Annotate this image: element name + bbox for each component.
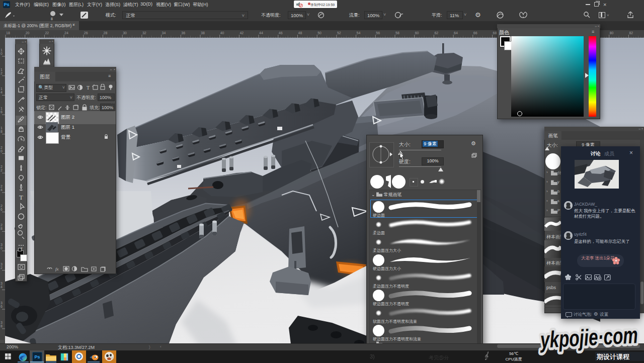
svg-text:6: 6 [1,110,3,114]
svg-text:66: 66 [473,31,477,35]
svg-text:3: 3 [1,243,3,246]
svg-text:2: 2 [1,223,3,227]
svg-text:1: 1 [1,87,3,90]
svg-text:54: 54 [357,31,361,35]
svg-text:0: 0 [1,149,3,153]
svg-text:1: 1 [1,126,3,130]
svg-text:80: 80 [610,31,614,35]
svg-text:1: 1 [1,48,3,52]
svg-text:0: 0 [1,52,3,55]
svg-text:2: 2 [1,168,3,172]
svg-text:38: 38 [201,31,205,35]
svg-text:34: 34 [162,31,166,35]
svg-text:0: 0 [1,246,3,250]
svg-text:2: 2 [1,71,3,75]
svg-text:8: 8 [1,130,3,133]
svg-text:36: 36 [181,31,185,35]
svg-text:30: 30 [123,31,127,35]
svg-text:40: 40 [220,31,224,35]
svg-text:3: 3 [1,262,3,266]
svg-text:24: 24 [64,31,68,35]
svg-text:18: 18 [6,31,10,35]
svg-text:4: 4 [1,188,3,192]
svg-text:28: 28 [104,31,108,35]
svg-text:fx: fx [55,266,59,271]
svg-text:22: 22 [45,31,49,35]
svg-text:1: 1 [1,68,3,71]
svg-text:1: 1 [1,107,3,110]
svg-text:32: 32 [142,31,146,35]
svg-text:3: 3 [1,282,3,285]
svg-text:8: 8 [1,227,3,230]
svg-text:44: 44 [259,31,263,35]
svg-text:2: 2 [1,204,3,208]
svg-text:3: 3 [1,301,3,305]
svg-text:82: 82 [629,31,633,35]
svg-text:42: 42 [239,31,244,35]
svg-text:68: 68 [493,31,497,35]
svg-text:2: 2 [1,165,3,168]
svg-text:56: 56 [376,31,380,35]
svg-text:20: 20 [26,31,30,35]
svg-text:2: 2 [1,266,3,269]
svg-text:2: 2 [1,146,3,149]
svg-text:6: 6 [1,208,3,211]
svg-text:2: 2 [1,185,3,188]
svg-text:50: 50 [317,31,321,35]
svg-text:8: 8 [1,324,3,328]
svg-text:62: 62 [434,31,438,35]
svg-text:T: T [87,85,90,90]
svg-text:58: 58 [395,31,399,35]
svg-text:52: 52 [337,31,341,35]
svg-text:48: 48 [298,31,302,35]
svg-text:4: 4 [1,285,3,289]
svg-text:46: 46 [279,31,283,35]
svg-text:T: T [19,194,23,201]
svg-text:26: 26 [84,31,88,35]
svg-text:6: 6 [1,305,3,308]
svg-text:ykpojie·com: ykpojie·com [539,322,638,353]
svg-text:64: 64 [454,31,458,35]
svg-text:4: 4 [1,90,3,94]
svg-text:60: 60 [415,31,419,35]
svg-text:3: 3 [1,321,3,324]
